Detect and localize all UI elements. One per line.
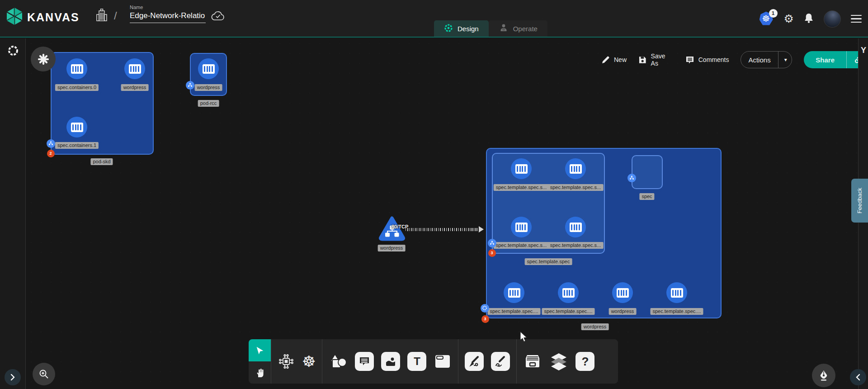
container-node[interactable]	[558, 282, 579, 303]
container-node[interactable]	[511, 158, 532, 179]
pencil-icon	[601, 56, 610, 64]
user-avatar[interactable]	[824, 10, 841, 28]
pod-relationship-badge[interactable]	[47, 139, 55, 148]
deployment-count-badge[interactable]: 3	[481, 315, 489, 323]
kanvas-app: KANVAS / Name Edge-Network-Relatio	[0, 0, 868, 389]
pan-tool-button[interactable]	[249, 361, 271, 384]
node-label: wordpress	[121, 84, 149, 91]
tab-operate[interactable]: Operate	[489, 20, 547, 37]
group-label-spec-template-spec: spec.template.spec	[525, 258, 572, 265]
notifications-bell-icon[interactable]	[804, 13, 814, 25]
hand-icon	[255, 367, 265, 378]
container-node[interactable]	[612, 282, 633, 303]
breadcrumb: /	[96, 8, 117, 24]
container-node[interactable]	[666, 282, 687, 303]
mouse-cursor	[520, 331, 530, 345]
app-header: KANVAS / Name Edge-Network-Relatio	[0, 0, 868, 38]
node-label: spec.template.spec.s...	[494, 242, 549, 249]
node-label: spec.containers.0	[55, 84, 99, 91]
organization-icon[interactable]	[96, 8, 108, 24]
left-rail	[0, 38, 26, 389]
pod-relationship-badge[interactable]	[186, 81, 194, 90]
kanvas-logo[interactable]: KANVAS	[6, 7, 80, 27]
template-relationship-badge[interactable]	[488, 239, 496, 247]
hamburger-menu-icon[interactable]	[851, 15, 862, 23]
comment-tool-button[interactable]	[355, 352, 374, 371]
service-node-wordpress[interactable]	[378, 216, 406, 243]
actions-caret-icon[interactable]: ▾	[778, 52, 793, 68]
kubernetes-helm-button[interactable]: ☸	[302, 354, 316, 369]
node-label: spec.template.spec....	[488, 308, 541, 315]
bottom-toolbar: ☸ T	[249, 339, 618, 384]
shapes-tool-button[interactable]	[329, 352, 348, 370]
select-tool-button[interactable]	[249, 339, 271, 361]
settings-gear-icon[interactable]: ⚙	[784, 13, 794, 24]
context-count-badge: 1	[769, 9, 778, 18]
meshery-swirl-icon[interactable]	[7, 45, 19, 58]
drawer-tool-button[interactable]	[523, 353, 542, 370]
text-tool-button[interactable]: T	[407, 352, 426, 371]
node-label: wordpress	[609, 308, 637, 315]
container-node[interactable]	[504, 282, 524, 303]
service-edge[interactable]	[406, 228, 479, 231]
deployment-relationship-badge[interactable]	[481, 304, 489, 313]
comment-tool-icon	[359, 356, 370, 366]
design-name-input[interactable]: Edge-Network-Relatio	[130, 11, 206, 23]
tab-design[interactable]: Design	[434, 20, 489, 37]
cluster-flower-button[interactable]	[31, 47, 56, 71]
save-as-label: Save As	[651, 52, 674, 67]
node-label: wordpress	[195, 84, 222, 91]
service-label: wordpress	[378, 245, 406, 251]
template-count-badge[interactable]: 3	[488, 249, 496, 257]
container-node[interactable]	[565, 158, 586, 179]
freehand-draw-tool-button[interactable]	[491, 352, 510, 371]
breadcrumb-separator: /	[114, 9, 117, 22]
container-icon	[617, 288, 629, 298]
node-label: spec.template.spec....	[542, 308, 595, 315]
share-label: Share	[804, 56, 846, 64]
container-node-spec-containers-1[interactable]	[66, 117, 87, 138]
help-tool-button[interactable]: ?	[576, 352, 594, 371]
container-node[interactable]	[511, 217, 532, 237]
spec-relationship-badge[interactable]	[627, 174, 636, 182]
kubernetes-context-button[interactable]: ☸ 1	[760, 12, 774, 26]
cloud-sync-icon[interactable]	[211, 11, 225, 24]
container-icon	[515, 164, 528, 174]
pen-nib-button[interactable]	[812, 364, 835, 387]
save-as-button[interactable]: Save As	[638, 52, 674, 67]
expand-left-panel-button[interactable]	[5, 369, 21, 385]
group-spec-template-spec[interactable]	[492, 153, 605, 254]
new-button[interactable]: New	[601, 56, 627, 64]
design-name-label: Name	[130, 5, 206, 10]
zoom-button[interactable]	[33, 363, 55, 385]
comments-button[interactable]: Comments	[685, 56, 729, 64]
layer5-y-icon[interactable]: Y	[859, 46, 868, 55]
container-node-spec-containers-0[interactable]	[66, 58, 87, 79]
node-spec[interactable]	[632, 155, 663, 189]
pen-path-tool-button[interactable]	[465, 352, 484, 371]
node-label: spec.template.spec.s...	[548, 242, 604, 249]
note-tool-button[interactable]	[434, 352, 452, 370]
actions-button[interactable]: Actions ▾	[741, 51, 792, 68]
container-icon	[71, 123, 83, 132]
container-icon	[508, 288, 520, 298]
operate-users-icon	[499, 23, 509, 34]
container-node-wordpress[interactable]	[124, 58, 145, 79]
tab-design-label: Design	[458, 25, 479, 33]
save-icon	[638, 56, 647, 64]
image-tool-button[interactable]	[381, 352, 400, 371]
components-circuit-button[interactable]	[278, 353, 295, 370]
feedback-tab[interactable]: Feedback	[851, 179, 868, 223]
expand-right-panel-button[interactable]	[850, 369, 866, 385]
pointer-icon	[255, 346, 265, 356]
pen-path-icon	[468, 356, 480, 367]
container-node[interactable]	[565, 217, 586, 237]
container-node-wordpress-rcc[interactable]	[198, 58, 219, 79]
layers-tool-button[interactable]	[549, 352, 568, 370]
logo-wordmark: KANVAS	[27, 11, 80, 24]
comments-label: Comments	[698, 56, 729, 63]
edge-port-label: 80/TCP	[392, 224, 408, 229]
pod-count-badge[interactable]: 2	[47, 150, 55, 157]
group-label-pod-skd: pod-skd	[90, 158, 113, 165]
header-right-controls: ☸ 1 ⚙	[760, 0, 862, 38]
